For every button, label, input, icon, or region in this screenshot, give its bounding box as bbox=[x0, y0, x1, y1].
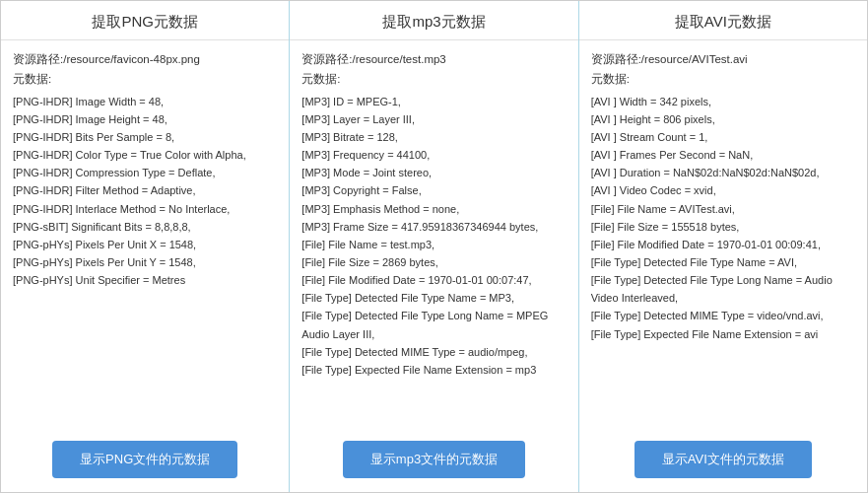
meta-line: [MP3] Frame Size = 417.95918367346944 by… bbox=[301, 218, 566, 236]
meta-line: [File] File Size = 155518 bytes, bbox=[591, 218, 855, 236]
meta-line: [PNG-IHDR] Filter Method = Adaptive, bbox=[13, 181, 277, 199]
panel-avi-meta-label: 元数据: bbox=[591, 70, 855, 88]
meta-line: [MP3] Copyright = False, bbox=[301, 181, 566, 199]
meta-line: [PNG-IHDR] Image Width = 48, bbox=[13, 93, 277, 110]
panel-png-meta-label: 元数据: bbox=[13, 70, 277, 88]
meta-line: [AVI ] Height = 806 pixels, bbox=[591, 110, 855, 128]
meta-line: [MP3] ID = MPEG-1, bbox=[301, 93, 566, 110]
meta-line: [File Type] Detected File Type Name = MP… bbox=[301, 289, 566, 307]
meta-line: [MP3] Mode = Joint stereo, bbox=[301, 164, 566, 181]
meta-line: [File Type] Detected File Type Long Name… bbox=[591, 271, 855, 307]
meta-line: [PNG-IHDR] Image Height = 48, bbox=[13, 110, 277, 128]
meta-line: [File Type] Detected File Type Long Name… bbox=[301, 307, 566, 342]
meta-line: [PNG-IHDR] Color Type = True Color with … bbox=[13, 146, 277, 164]
panel-avi-footer: 显示AVI文件的元数据 bbox=[579, 427, 867, 492]
panel-avi-header: 提取AVI元数据 bbox=[579, 1, 867, 40]
panel-mp3-button[interactable]: 显示mp3文件的元数据 bbox=[343, 441, 525, 478]
panel-png-meta-content: [PNG-IHDR] Image Width = 48,[PNG-IHDR] I… bbox=[13, 93, 277, 290]
panel-png-header: 提取PNG元数据 bbox=[1, 1, 289, 40]
meta-line: [File] File Name = AVITest.avi, bbox=[591, 200, 855, 218]
meta-line: [AVI ] Duration = NaN$02d:NaN$02d:NaN$02… bbox=[591, 164, 855, 181]
panel-mp3-meta-label: 元数据: bbox=[301, 70, 566, 88]
meta-line: [File] File Modified Date = 1970-01-01 0… bbox=[591, 236, 855, 253]
meta-line: [AVI ] Video Codec = xvid, bbox=[591, 181, 855, 199]
meta-line: [MP3] Emphasis Method = none, bbox=[301, 200, 566, 218]
panel-png-content: 资源路径:/resource/favicon-48px.png元数据:[PNG-… bbox=[1, 40, 289, 427]
panel-avi-meta-content: [AVI ] Width = 342 pixels,[AVI ] Height … bbox=[591, 93, 855, 343]
meta-line: [File Type] Expected File Name Extension… bbox=[301, 361, 566, 379]
meta-line: [File Type] Detected File Type Name = AV… bbox=[591, 253, 855, 271]
meta-line: [PNG-IHDR] Compression Type = Deflate, bbox=[13, 164, 277, 181]
meta-line: [PNG-pHYs] Pixels Per Unit Y = 1548, bbox=[13, 253, 277, 271]
panel-png: 提取PNG元数据资源路径:/resource/favicon-48px.png元… bbox=[1, 1, 290, 492]
meta-line: [File] File Name = test.mp3, bbox=[301, 236, 566, 253]
panel-avi: 提取AVI元数据资源路径:/resource/AVITest.avi元数据:[A… bbox=[579, 1, 867, 492]
meta-line: [MP3] Bitrate = 128, bbox=[301, 128, 566, 146]
panel-mp3-header: 提取mp3元数据 bbox=[290, 1, 577, 40]
panel-mp3-meta-content: [MP3] ID = MPEG-1,[MP3] Layer = Layer II… bbox=[301, 93, 566, 379]
panel-mp3: 提取mp3元数据资源路径:/resource/test.mp3元数据:[MP3]… bbox=[290, 1, 578, 492]
panel-avi-button[interactable]: 显示AVI文件的元数据 bbox=[634, 441, 812, 478]
panel-mp3-footer: 显示mp3文件的元数据 bbox=[290, 427, 577, 492]
panel-png-path: 资源路径:/resource/favicon-48px.png bbox=[13, 50, 277, 68]
meta-line: [PNG-pHYs] Pixels Per Unit X = 1548, bbox=[13, 236, 277, 253]
panel-avi-content: 资源路径:/resource/AVITest.avi元数据:[AVI ] Wid… bbox=[579, 40, 867, 427]
meta-line: [File Type] Detected MIME Type = audio/m… bbox=[301, 343, 566, 361]
meta-line: [File Type] Detected MIME Type = video/v… bbox=[591, 307, 855, 324]
meta-line: [AVI ] Width = 342 pixels, bbox=[591, 93, 855, 110]
panels-container: 提取PNG元数据资源路径:/resource/favicon-48px.png元… bbox=[0, 0, 868, 493]
meta-line: [File] File Modified Date = 1970-01-01 0… bbox=[301, 271, 566, 289]
meta-line: [AVI ] Stream Count = 1, bbox=[591, 128, 855, 146]
panel-mp3-content: 资源路径:/resource/test.mp3元数据:[MP3] ID = MP… bbox=[290, 40, 577, 427]
panel-png-footer: 显示PNG文件的元数据 bbox=[1, 427, 289, 492]
meta-line: [PNG-pHYs] Unit Specifier = Metres bbox=[13, 271, 277, 289]
meta-line: [AVI ] Frames Per Second = NaN, bbox=[591, 146, 855, 164]
panel-avi-path: 资源路径:/resource/AVITest.avi bbox=[591, 50, 855, 68]
meta-line: [PNG-sBIT] Significant Bits = 8,8,8,8, bbox=[13, 218, 277, 236]
meta-line: [MP3] Frequency = 44100, bbox=[301, 146, 566, 164]
panel-mp3-path: 资源路径:/resource/test.mp3 bbox=[301, 50, 566, 68]
panel-png-button[interactable]: 显示PNG文件的元数据 bbox=[52, 441, 237, 478]
meta-line: [MP3] Layer = Layer III, bbox=[301, 110, 566, 128]
meta-line: [PNG-IHDR] Interlace Method = No Interla… bbox=[13, 200, 277, 218]
meta-line: [PNG-IHDR] Bits Per Sample = 8, bbox=[13, 128, 277, 146]
meta-line: [File] File Size = 2869 bytes, bbox=[301, 253, 566, 271]
meta-line: [File Type] Expected File Name Extension… bbox=[591, 325, 855, 343]
